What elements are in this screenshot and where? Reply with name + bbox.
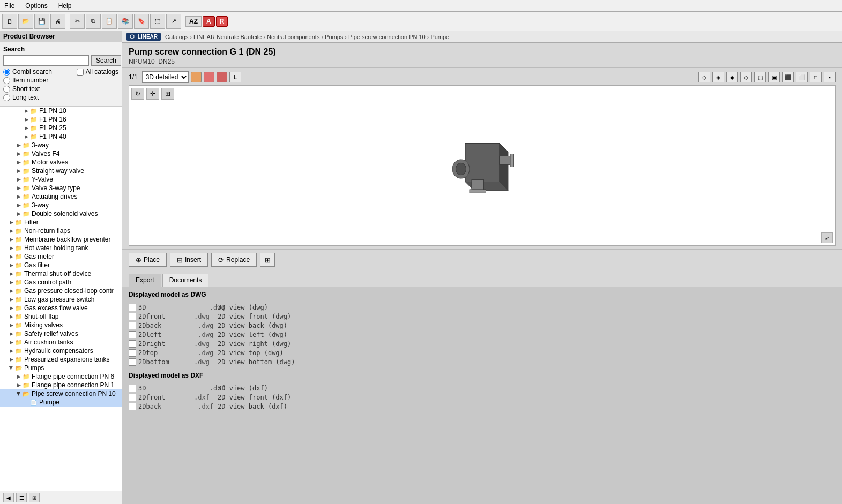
- tree-arrow-filter[interactable]: ▶: [8, 220, 15, 225]
- bc-catalogs[interactable]: Catalogs: [165, 34, 188, 40]
- color-btn-orange[interactable]: [191, 72, 202, 82]
- scale-tool[interactable]: ⊞: [161, 88, 174, 100]
- tab-documents[interactable]: Documents: [162, 274, 209, 287]
- tree-item-gaspressure[interactable]: ▶ 📁 Gas pressure closed-loop contr: [0, 287, 122, 295]
- tree-item-pumpe[interactable]: ▶ 📄 Pumpe: [0, 398, 122, 407]
- tree-arrow-pipescrew[interactable]: ▶: [16, 390, 21, 397]
- panel-icon-left[interactable]: ◀: [3, 493, 14, 502]
- export-checkbox-2dback-dwg[interactable]: [129, 322, 136, 329]
- all-catalogs-checkbox[interactable]: [77, 69, 84, 76]
- bc-pumps[interactable]: Pumps: [325, 34, 343, 40]
- export-checkbox-2dfront-dxf[interactable]: [129, 394, 136, 401]
- tree-container[interactable]: ▶ 📁 F1 PN 10 ▶ 📁 F1 PN 16 ▶ 📁 F1 PN 25 ▶…: [0, 106, 122, 491]
- panel-icon-list[interactable]: ☰: [16, 493, 27, 502]
- tree-arrow-flange1[interactable]: ▶: [15, 382, 23, 388]
- bc-neutral-components[interactable]: Neutral components: [267, 34, 319, 40]
- toolbar-export[interactable]: ↗: [166, 14, 181, 29]
- toolbar-a-button[interactable]: A: [203, 16, 215, 27]
- menu-help[interactable]: Help: [56, 2, 74, 10]
- export-checkbox-2dbottom-dwg[interactable]: [129, 358, 136, 366]
- tree-arrow-gasexcess[interactable]: ▶: [8, 305, 15, 311]
- tree-arrow-valve3way[interactable]: ▶: [15, 185, 23, 191]
- view-icon-box2[interactable]: ▣: [768, 72, 780, 82]
- view-icon-box3[interactable]: ⬛: [782, 72, 794, 82]
- export-checkbox-2dback-dxf[interactable]: [129, 403, 136, 410]
- tree-arrow-hydrauliccomp[interactable]: ▶: [8, 348, 15, 353]
- toolbar-copy[interactable]: ⧉: [86, 14, 101, 29]
- short-text-radio[interactable]: [3, 86, 10, 93]
- tree-arrow-straightway[interactable]: ▶: [15, 168, 23, 174]
- view-icon-diamond1[interactable]: ◇: [698, 72, 710, 82]
- tree-item-flange6[interactable]: ▶ 📁 Flange pipe connection PN 6: [0, 372, 122, 381]
- toolbar-cut[interactable]: ✂: [70, 14, 85, 29]
- tree-arrow-f1pn40[interactable]: ▶: [23, 134, 30, 139]
- toolbar-r-button[interactable]: R: [216, 16, 228, 27]
- view-icon-diamond2[interactable]: ◈: [712, 72, 724, 82]
- view-icon-diamond3[interactable]: ◆: [726, 72, 738, 82]
- toolbar-select[interactable]: ⬚: [150, 14, 165, 29]
- tree-item-f1pn25[interactable]: ▶ 📁 F1 PN 25: [0, 124, 122, 132]
- tree-item-3way2[interactable]: ▶ 📁 3-way: [0, 201, 122, 209]
- tree-arrow-actuating[interactable]: ▶: [15, 194, 23, 199]
- tree-arrow-gascontrol[interactable]: ▶: [8, 280, 15, 285]
- tree-item-thermalshutoff[interactable]: ▶ 📁 Thermal shut-off device: [0, 269, 122, 278]
- view-icon-l[interactable]: L: [229, 72, 241, 82]
- tree-item-pressurized[interactable]: ▶ 📁 Pressurized expansions tanks: [0, 355, 122, 364]
- export-checkbox-2dright-dwg[interactable]: [129, 340, 136, 348]
- tree-arrow-yvalve[interactable]: ▶: [15, 177, 23, 182]
- view-icon-box6[interactable]: ▪: [824, 72, 836, 82]
- tree-arrow-pumps[interactable]: ▶: [9, 364, 14, 372]
- tree-item-valve3way[interactable]: ▶ 📁 Valve 3-way type: [0, 184, 122, 192]
- long-text-radio[interactable]: [3, 94, 10, 101]
- export-checkbox-2dleft-dwg[interactable]: [129, 331, 136, 338]
- rotate-tool[interactable]: ↻: [131, 88, 144, 100]
- tree-item-pipescrew[interactable]: ▶ 📂 Pipe screw connection PN 10: [0, 389, 122, 398]
- grid-button[interactable]: ⊞: [260, 253, 275, 267]
- tree-item-safetyrelief[interactable]: ▶ 📁 Safety relief valves: [0, 329, 122, 338]
- color-btn-pink2[interactable]: [217, 72, 227, 82]
- item-number-radio[interactable]: [3, 77, 10, 84]
- tree-item-aircushion[interactable]: ▶ 📁 Air cushion tanks: [0, 338, 122, 347]
- toolbar-open[interactable]: 📂: [18, 14, 33, 29]
- tree-arrow-gaspressure[interactable]: ▶: [8, 288, 15, 294]
- bc-linear-neutrale[interactable]: LINEAR Neutrale Bauteile: [193, 34, 262, 40]
- tree-item-3way[interactable]: ▶ 📁 3-way: [0, 141, 122, 149]
- place-button[interactable]: ⊕ Place: [129, 253, 167, 267]
- tree-item-motorvalves[interactable]: ▶ 📁 Motor valves: [0, 158, 122, 167]
- tree-arrow-flange6[interactable]: ▶: [15, 374, 23, 379]
- toolbar-paste[interactable]: 📋: [102, 14, 117, 29]
- toolbar-bookmark[interactable]: 🔖: [134, 14, 149, 29]
- replace-button[interactable]: ⟳ Replace: [211, 253, 257, 267]
- tree-item-valvesf4[interactable]: ▶ 📁 Valves F4: [0, 149, 122, 158]
- tree-arrow-valvesf4[interactable]: ▶: [15, 151, 23, 156]
- bc-pipe-screw[interactable]: Pipe screw connection PN 10: [348, 34, 426, 40]
- insert-button[interactable]: ⊞ Insert: [170, 253, 208, 267]
- panel-icon-grid[interactable]: ⊞: [29, 493, 40, 502]
- tree-arrow-safetyrelief[interactable]: ▶: [8, 331, 15, 336]
- export-checkbox-2dtop-dwg[interactable]: [129, 349, 136, 357]
- tree-arrow-3way2[interactable]: ▶: [15, 202, 23, 208]
- tree-arrow-gasmeter[interactable]: ▶: [8, 254, 15, 259]
- tree-item-shutoff[interactable]: ▶ 📁 Shut-off flap: [0, 312, 122, 321]
- tree-arrow-membrane[interactable]: ▶: [8, 237, 15, 242]
- view-icon-diamond4[interactable]: ◇: [740, 72, 752, 82]
- tree-arrow-shutoff[interactable]: ▶: [8, 314, 15, 319]
- tree-arrow-f1pn25[interactable]: ▶: [23, 125, 30, 131]
- tree-arrow-3way[interactable]: ▶: [15, 142, 23, 148]
- search-button[interactable]: Search: [91, 55, 121, 66]
- tab-export[interactable]: Export: [129, 274, 161, 287]
- menu-options[interactable]: Options: [23, 2, 49, 10]
- tree-item-f1pn40[interactable]: ▶ 📁 F1 PN 40: [0, 132, 122, 141]
- tree-item-flange1[interactable]: ▶ 📁 Flange pipe connection PN 1: [0, 381, 122, 389]
- export-checkbox-3d-dwg[interactable]: [129, 304, 136, 311]
- tree-item-gasfilter[interactable]: ▶ 📁 Gas filter: [0, 261, 122, 269]
- search-input[interactable]: [3, 55, 89, 66]
- move-tool[interactable]: ✛: [146, 88, 159, 100]
- tree-arrow-mixingvalves[interactable]: ▶: [8, 322, 15, 328]
- tree-item-actuating[interactable]: ▶ 📁 Actuating drives: [0, 192, 122, 201]
- tree-item-yvalve[interactable]: ▶ 📁 Y-Valve: [0, 175, 122, 184]
- tree-item-doublesolenoid[interactable]: ▶ 📁 Double solenoid valves: [0, 209, 122, 218]
- tree-arrow-hotwater[interactable]: ▶: [8, 245, 15, 251]
- tree-item-lowgaspressure[interactable]: ▶ 📁 Low gas pressure switch: [0, 295, 122, 304]
- tree-item-filter[interactable]: ▶ 📁 Filter: [0, 218, 122, 227]
